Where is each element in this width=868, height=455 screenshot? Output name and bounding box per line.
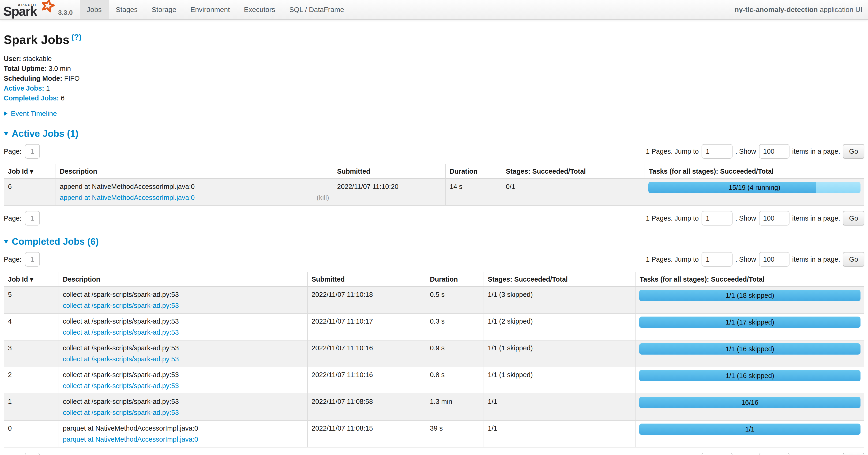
go-button[interactable]: Go	[843, 211, 864, 226]
tasks-progress-label: 1/1 (16 skipped)	[639, 370, 861, 381]
job-stages-cell: 1/1	[484, 421, 636, 447]
column-header[interactable]: Job Id ▾	[4, 272, 59, 287]
job-description-link[interactable]: parquet at NativeMethodAccessorImpl.java…	[63, 435, 198, 443]
jump-to-page-input[interactable]	[702, 252, 733, 266]
collapse-arrow-right-icon	[4, 111, 7, 116]
pagination-bar: Page: 1 Pages. Jump to . Show items in a…	[4, 252, 864, 266]
tab-executors[interactable]: Executors	[237, 0, 282, 19]
column-header[interactable]: Tasks (for all stages): Succeeded/Total	[636, 272, 864, 287]
table-header-row: Job Id ▾DescriptionSubmittedDurationStag…	[4, 164, 864, 179]
job-description-link[interactable]: collect at /spark-scripts/spark-ad.py:53	[63, 302, 179, 310]
collapse-arrow-down-icon	[4, 132, 8, 136]
table-header-row: Job Id ▾DescriptionSubmittedDurationStag…	[4, 272, 864, 287]
summary-value: 3.0 min	[49, 65, 71, 72]
job-description-link[interactable]: collect at /spark-scripts/spark-ad.py:53	[63, 329, 179, 336]
items-per-page-input[interactable]	[759, 211, 789, 226]
column-header[interactable]: Description	[59, 272, 308, 287]
help-link[interactable]: (?)	[71, 32, 81, 41]
summary-label-link[interactable]: Active Jobs:	[4, 84, 44, 92]
job-submitted-cell: 2022/11/07 11:10:16	[308, 367, 426, 394]
job-description-link[interactable]: collect at /spark-scripts/spark-ad.py:53	[63, 382, 179, 390]
items-per-page-input[interactable]	[759, 453, 789, 455]
tab-storage[interactable]: Storage	[145, 0, 183, 19]
tab-jobs[interactable]: Jobs	[80, 0, 108, 19]
job-description-line2: collect at /spark-scripts/spark-ad.py:53	[63, 355, 304, 363]
event-timeline-toggle[interactable]: Event Timeline	[4, 110, 864, 118]
column-header[interactable]: Submitted	[308, 272, 426, 287]
items-per-page-input[interactable]	[759, 252, 789, 266]
page-number-input[interactable]	[25, 252, 40, 266]
job-description-line2: parquet at NativeMethodAccessorImpl.java…	[63, 435, 304, 443]
tab-environment[interactable]: Environment	[183, 0, 237, 19]
job-duration-cell: 0.8 s	[426, 367, 484, 394]
pages-jump-label: 1 Pages. Jump to	[646, 256, 699, 263]
items-per-page-input[interactable]	[759, 144, 789, 159]
jump-to-page-input[interactable]	[702, 453, 733, 455]
active-jobs-heading[interactable]: Active Jobs (1)	[4, 129, 864, 139]
job-description-text: collect at /spark-scripts/spark-ad.py:53	[63, 291, 304, 298]
summary-value: 1	[46, 84, 50, 92]
pager-slot: Page: 1 Pages. Jump to . Show items in a…	[4, 144, 864, 159]
summary-item: Scheduling Mode: FIFO	[4, 74, 864, 83]
column-header[interactable]: Stages: Succeeded/Total	[484, 272, 636, 287]
table-row: 4collect at /spark-scripts/spark-ad.py:5…	[4, 313, 864, 340]
job-stages-cell: 1/1 (3 skipped)	[484, 287, 636, 314]
go-button[interactable]: Go	[843, 453, 864, 455]
page-number-input[interactable]	[25, 453, 40, 455]
summary-label-link[interactable]: Completed Jobs:	[4, 94, 59, 102]
summary-label: Total Uptime:	[4, 65, 46, 72]
pagination-right: 1 Pages. Jump to . Show items in a page.…	[646, 211, 864, 226]
column-header[interactable]: Description	[56, 164, 333, 179]
job-description-link[interactable]: collect at /spark-scripts/spark-ad.py:53	[63, 355, 179, 363]
show-label: . Show	[735, 148, 756, 155]
job-description-link[interactable]: append at NativeMethodAccessorImpl.java:…	[60, 194, 194, 202]
completed-jobs-heading[interactable]: Completed Jobs (6)	[4, 236, 864, 247]
event-timeline-label: Event Timeline	[11, 110, 57, 118]
tasks-progress-bar: 15/19 (4 running)	[648, 182, 861, 193]
column-header[interactable]: Job Id ▾	[4, 164, 56, 179]
kill-link[interactable]: (kill)	[317, 194, 329, 202]
page-number-input[interactable]	[25, 144, 40, 159]
job-description-cell: collect at /spark-scripts/spark-ad.py:53…	[59, 287, 308, 314]
job-description-link[interactable]: collect at /spark-scripts/spark-ad.py:53	[63, 409, 179, 417]
column-header[interactable]: Duration	[445, 164, 502, 179]
tab-sql-dataframe[interactable]: SQL / DataFrame	[282, 0, 351, 19]
pagination-left: Page:	[4, 211, 40, 226]
job-duration-cell: 0.9 s	[426, 340, 484, 367]
job-description-text: collect at /spark-scripts/spark-ad.py:53	[63, 398, 304, 405]
column-header[interactable]: Submitted	[333, 164, 445, 179]
jump-to-page-input[interactable]	[702, 144, 733, 159]
summary-item: Completed Jobs: 6	[4, 93, 864, 103]
job-description-line2: append at NativeMethodAccessorImpl.java:…	[60, 194, 329, 202]
completed-jobs-title: Completed Jobs (6)	[12, 236, 99, 247]
job-submitted-cell: 2022/11/07 11:10:20	[333, 179, 445, 206]
job-submitted-cell: 2022/11/07 11:08:15	[308, 421, 426, 447]
tasks-progress-bar: 1/1 (16 skipped)	[639, 343, 861, 354]
column-header[interactable]: Duration	[426, 272, 484, 287]
main-content: Spark Jobs(?) User: stackableTotal Uptim…	[0, 32, 868, 455]
pager-slot: Page: 1 Pages. Jump to . Show items in a…	[4, 252, 864, 266]
tasks-progress-label: 1/1 (17 skipped)	[639, 317, 861, 328]
summary-item: Active Jobs: 1	[4, 83, 864, 93]
spark-version: 3.3.0	[58, 9, 73, 17]
page-label: Page:	[4, 256, 22, 263]
page-number-input[interactable]	[25, 211, 40, 226]
column-header[interactable]: Tasks (for all stages): Succeeded/Total	[645, 164, 864, 179]
tab-stages[interactable]: Stages	[109, 0, 145, 19]
job-description-line2: collect at /spark-scripts/spark-ad.py:53	[63, 329, 304, 336]
spark-star-icon	[40, 0, 56, 13]
job-description-cell: collect at /spark-scripts/spark-ad.py:53…	[59, 340, 308, 367]
pagination-left: Page:	[4, 144, 40, 159]
go-button[interactable]: Go	[843, 144, 864, 159]
go-button[interactable]: Go	[843, 252, 864, 266]
column-header[interactable]: Stages: Succeeded/Total	[502, 164, 645, 179]
job-stages-cell: 1/1 (1 skipped)	[484, 340, 636, 367]
job-description-text: append at NativeMethodAccessorImpl.java:…	[60, 183, 329, 191]
completed-jobs-table: Job Id ▾DescriptionSubmittedDurationStag…	[4, 272, 864, 448]
app-title: ny-tlc-anomaly-detection application UI	[735, 6, 868, 13]
job-description-text: collect at /spark-scripts/spark-ad.py:53	[63, 371, 304, 379]
job-description-cell: append at NativeMethodAccessorImpl.java:…	[56, 179, 333, 206]
job-submitted-cell: 2022/11/07 11:10:16	[308, 340, 426, 367]
summary-item: User: stackable	[4, 54, 864, 64]
jump-to-page-input[interactable]	[702, 211, 733, 226]
